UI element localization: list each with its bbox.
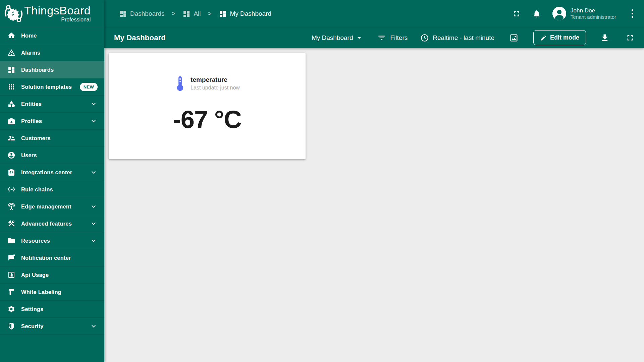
sidebar-item-solution-templates[interactable]: Solution templates NEW xyxy=(0,78,104,96)
sidebar-item-entities[interactable]: Entities xyxy=(0,96,104,113)
filters-label: Filters xyxy=(390,34,408,42)
home-icon xyxy=(7,32,15,40)
top-header: Dashboards > All > My Dashboard xyxy=(104,0,644,27)
sidebar-item-users[interactable]: Users xyxy=(0,147,104,164)
sidebar-item-label: Rule chains xyxy=(21,186,53,193)
sidebar-item-rule-chains[interactable]: Rule chains xyxy=(0,181,104,198)
user-info[interactable]: John Doe Tenant administrator xyxy=(571,7,616,20)
download-icon[interactable] xyxy=(600,33,609,43)
sidebar: ThingsBoard Professional Home Alarms Das… xyxy=(0,0,104,362)
dashboard-select-dropdown[interactable]: My Dashboard xyxy=(312,34,363,42)
tools-icon xyxy=(7,220,15,228)
sidebar-item-security[interactable]: Security xyxy=(0,318,104,335)
brand-text: ThingsBoard Professional xyxy=(24,5,91,22)
alarm-warning-icon xyxy=(7,49,15,57)
avatar[interactable] xyxy=(552,7,566,20)
integrations-icon xyxy=(7,168,15,176)
breadcrumb-label: My Dashboard xyxy=(230,10,271,17)
sidebar-item-label: Resources xyxy=(21,238,50,244)
chevron-down-icon xyxy=(90,202,98,210)
page-title: My Dashboard xyxy=(114,34,166,42)
sidebar-item-customers[interactable]: Customers xyxy=(0,130,104,147)
chevron-down-icon xyxy=(90,322,98,330)
user-circle-icon xyxy=(7,151,15,159)
notifications-bell-icon[interactable] xyxy=(532,9,541,18)
breadcrumb-label: Dashboards xyxy=(130,10,164,17)
header-actions: John Doe Tenant administrator xyxy=(512,7,635,20)
sidebar-item-label: Notification center xyxy=(21,255,71,261)
sidebar-item-white-labeling[interactable]: White Labeling xyxy=(0,284,104,301)
notification-chat-icon xyxy=(7,254,15,262)
main-column: Dashboards > All > My Dashboard xyxy=(104,0,644,362)
sidebar-item-edge-management[interactable]: Edge management xyxy=(0,198,104,215)
new-badge: NEW xyxy=(80,83,98,91)
sidebar-item-integrations-center[interactable]: Integrations center xyxy=(0,164,104,181)
toolbar-actions: My Dashboard Filters Realtime - last min… xyxy=(312,30,635,45)
folder-icon xyxy=(7,237,15,245)
profiles-badge-icon xyxy=(7,117,15,125)
sidebar-item-label: Solution templates xyxy=(21,84,72,90)
sidebar-item-label: Alarms xyxy=(21,50,40,56)
clock-icon xyxy=(420,34,429,42)
thingsboard-app: ThingsBoard Professional Home Alarms Das… xyxy=(0,0,644,362)
filters-button[interactable]: Filters xyxy=(377,34,408,42)
more-menu-icon[interactable] xyxy=(630,7,635,20)
sidebar-item-home[interactable]: Home xyxy=(0,27,104,44)
timewindow-button[interactable]: Realtime - last minute xyxy=(420,34,494,42)
thermometer-icon xyxy=(174,76,186,91)
chevron-down-icon xyxy=(90,237,98,245)
fullscreen-icon[interactable] xyxy=(512,9,521,18)
sidebar-item-profiles[interactable]: Profiles xyxy=(0,113,104,130)
dashboard-toolbar: My Dashboard My Dashboard Filters Realti… xyxy=(104,27,644,48)
pencil-icon xyxy=(540,35,547,41)
sidebar-item-label: Profiles xyxy=(21,118,42,124)
sidebar-item-label: Settings xyxy=(21,306,44,312)
user-role: Tenant administrator xyxy=(571,14,616,20)
breadcrumb-separator: > xyxy=(172,10,175,17)
apps-grid-icon xyxy=(7,83,15,91)
chevron-down-icon xyxy=(90,100,98,108)
sidebar-item-label: Dashboards xyxy=(21,67,54,73)
rule-chains-icon xyxy=(7,185,15,193)
sidebar-item-notification-center[interactable]: Notification center xyxy=(0,249,104,266)
widget-header: temperature Last update just now xyxy=(174,76,240,91)
edit-mode-button[interactable]: Edit mode xyxy=(533,30,586,45)
sidebar-item-label: Customers xyxy=(21,135,51,141)
chevron-down-icon xyxy=(90,168,98,176)
entities-shapes-icon xyxy=(7,100,15,108)
dashboard-image-icon[interactable] xyxy=(509,33,519,43)
caret-down-icon xyxy=(355,34,363,42)
sidebar-item-label: Api Usage xyxy=(21,272,49,278)
brand-edition: Professional xyxy=(61,17,91,22)
timewindow-label: Realtime - last minute xyxy=(433,34,494,42)
user-name: John Doe xyxy=(571,7,616,14)
bar-chart-icon xyxy=(7,271,15,279)
sidebar-item-label: White Labeling xyxy=(21,289,61,295)
sidebar-nav: Home Alarms Dashboards Solution template… xyxy=(0,27,104,362)
widget-title: temperature xyxy=(191,76,240,84)
thingsboard-logo-icon xyxy=(3,3,23,24)
fullscreen-dashboard-icon[interactable] xyxy=(626,33,635,42)
sidebar-item-alarms[interactable]: Alarms xyxy=(0,44,104,61)
sidebar-item-label: Home xyxy=(21,33,37,39)
sidebar-item-settings[interactable]: Settings xyxy=(0,301,104,318)
breadcrumb-item-dashboards[interactable]: Dashboards xyxy=(119,10,164,18)
widget-last-update: Last update just now xyxy=(191,84,240,91)
logo[interactable]: ThingsBoard Professional xyxy=(0,0,104,27)
temperature-widget-card[interactable]: temperature Last update just now -67 °C xyxy=(109,53,306,159)
sidebar-item-label: Integrations center xyxy=(21,169,72,176)
breadcrumb-separator: > xyxy=(208,10,212,17)
dashboards-icon xyxy=(219,10,227,18)
edit-mode-label: Edit mode xyxy=(550,34,579,41)
sidebar-item-dashboards[interactable]: Dashboards xyxy=(0,61,104,78)
gear-icon xyxy=(7,305,15,313)
dashboards-icon xyxy=(119,10,127,18)
sidebar-item-api-usage[interactable]: Api Usage xyxy=(0,266,104,284)
breadcrumb-item-my-dashboard[interactable]: My Dashboard xyxy=(219,10,271,18)
breadcrumb-item-all[interactable]: All xyxy=(182,10,201,18)
sidebar-item-advanced-features[interactable]: Advanced features xyxy=(0,215,104,232)
sidebar-item-label: Advanced features xyxy=(21,221,72,227)
dashboard-canvas[interactable]: temperature Last update just now -67 °C xyxy=(104,48,644,362)
chevron-down-icon xyxy=(90,117,98,125)
sidebar-item-resources[interactable]: Resources xyxy=(0,232,104,249)
